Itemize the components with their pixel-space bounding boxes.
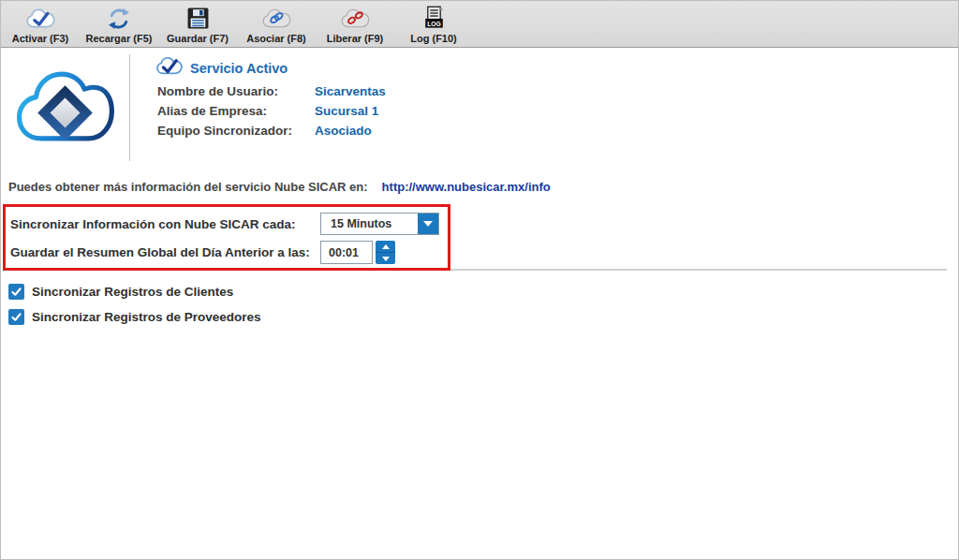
info-link[interactable]: http://www.nubesicar.mx/info [382, 180, 551, 194]
checkbox-label: Sincronizar Registros de Proveedores [32, 310, 261, 324]
toolbar-button-asociar[interactable]: Asociar (F8) [237, 1, 316, 47]
spin-down-button[interactable] [376, 253, 395, 264]
toolbar-button-label: Activar (F3) [12, 33, 69, 44]
field-value: Asociado [315, 124, 372, 142]
toolbar-button-label: Guardar (F7) [167, 33, 229, 44]
sync-interval-select[interactable]: 15 Minutos [320, 213, 439, 235]
spinner-buttons [376, 241, 395, 264]
summary-time-row: Guardar el Resumen Global del Día Anteri… [10, 241, 444, 264]
toolbar-button-label: Liberar (F9) [327, 33, 384, 44]
field-row-empresa: Alias de Empresa: Sucursal 1 [157, 104, 378, 123]
field-row-sincronizador: Equipo Sincronizador: Asociado [157, 124, 372, 142]
check-row-proveedores: Sincronizar Registros de Proveedores [8, 308, 261, 325]
sync-interval-row: Sincronizar Información con Nube SICAR c… [10, 213, 444, 235]
svg-text:LOG: LOG [427, 21, 441, 27]
checkbox-label: Sincronizar Registros de Clientes [32, 285, 233, 299]
field-value: Sucursal 1 [315, 104, 378, 123]
spin-up-button[interactable] [376, 241, 395, 253]
toolbar-button-label: Asociar (F8) [246, 33, 306, 44]
sync-settings-highlight: Sincronizar Información con Nube SICAR c… [3, 204, 450, 271]
nube-sicar-logo-icon [12, 58, 118, 159]
toolbar-button-label: Log (F10) [410, 33, 457, 44]
floppy-disk-icon [186, 5, 210, 32]
cloud-broken-link-icon [340, 5, 371, 32]
toolbar: Activar (F3) Recargar (F5) [1, 1, 958, 48]
checkmark-icon [10, 311, 22, 323]
summary-time-label: Guardar el Resumen Global del Día Anteri… [10, 245, 310, 259]
service-status: Servicio Activo [155, 56, 288, 80]
toolbar-button-label: Recargar (F5) [86, 33, 153, 44]
field-label: Equipo Sincronizador: [157, 124, 315, 142]
sync-interval-label: Sincronizar Información con Nube SICAR c… [10, 217, 296, 231]
app-window: Activar (F3) Recargar (F5) [0, 0, 959, 560]
triangle-up-icon [382, 244, 390, 249]
info-line: Puedes obtener más información del servi… [8, 180, 551, 194]
toolbar-button-recargar[interactable]: Recargar (F5) [80, 1, 158, 47]
field-label: Nombre de Usuario: [157, 84, 315, 103]
cloud-check-status-icon [155, 56, 184, 80]
toolbar-button-log[interactable]: LOG Log (F10) [394, 1, 473, 47]
summary-time-spinner: 00:01 [320, 241, 395, 264]
field-label: Alias de Empresa: [157, 104, 315, 123]
toolbar-button-guardar[interactable]: Guardar (F7) [158, 1, 237, 47]
log-document-icon: LOG [421, 5, 447, 32]
check-row-clientes: Sincronizar Registros de Clientes [8, 283, 233, 300]
sync-interval-value: 15 Minutos [321, 214, 418, 234]
vertical-divider [129, 54, 130, 161]
triangle-down-icon [382, 257, 390, 261]
toolbar-button-liberar[interactable]: Liberar (F9) [316, 1, 394, 47]
toolbar-button-activar[interactable]: Activar (F3) [1, 1, 80, 47]
cloud-check-icon [25, 5, 56, 32]
chevron-down-icon[interactable] [418, 214, 438, 234]
field-row-usuario: Nombre de Usuario: Sicarventas [157, 84, 386, 103]
checkbox-proveedores[interactable] [8, 309, 24, 325]
info-text: Puedes obtener más información del servi… [8, 180, 368, 194]
service-status-label: Servicio Activo [190, 61, 288, 76]
checkmark-icon [10, 286, 22, 298]
refresh-icon [107, 5, 131, 32]
content-area: Servicio Activo Nombre de Usuario: Sicar… [1, 49, 958, 559]
cloud-link-icon [261, 5, 292, 32]
field-value: Sicarventas [315, 84, 386, 103]
checkbox-clientes[interactable] [8, 284, 24, 300]
summary-time-input[interactable]: 00:01 [320, 241, 373, 264]
